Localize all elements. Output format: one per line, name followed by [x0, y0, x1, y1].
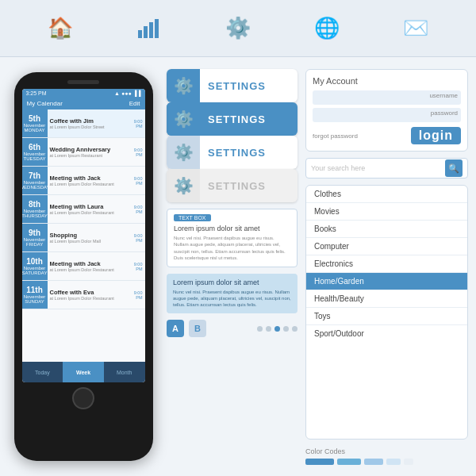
pagination-dot-2[interactable] [274, 326, 280, 332]
globe-icon[interactable]: 🌐 [311, 13, 343, 44]
cal-details: Meeting with Jack at Lorem Ipsum Dolor R… [48, 167, 132, 194]
category-item-sport-outdoor[interactable]: Sport/Outdoor [306, 325, 467, 342]
pagination-dot-0[interactable] [257, 326, 263, 332]
text-box-2-title: Lorem ipsum dolor sit amet [173, 278, 291, 286]
category-item-movies[interactable]: Movies [306, 203, 467, 221]
category-item-home-garden[interactable]: Home/Garden [306, 273, 467, 290]
cal-date: 5th November MONDAY [22, 109, 48, 137]
phone-tab-today[interactable]: Today [22, 362, 63, 382]
search-placeholder[interactable]: Your search here [311, 164, 442, 172]
calendar-item[interactable]: 7th November WEDNESDAY Meeting with Jack… [22, 167, 145, 195]
account-section: My Account username password forgot pass… [305, 69, 468, 152]
svg-rect-2 [149, 22, 153, 38]
cal-time: 9:00 PM [132, 281, 145, 309]
settings-label: SETTINGS [200, 80, 298, 92]
calendar-item[interactable]: 6th November TUESDAY Wedding Anniversary… [22, 138, 145, 167]
text-box-title: Lorem ipsum dolor sit amet [174, 225, 290, 232]
cal-date: 8th November THURSDAY [22, 195, 48, 223]
text-box-body: Nunc vel nisi. Praesent dapibus augue eu… [174, 235, 290, 262]
svg-rect-3 [155, 19, 159, 38]
calendar-item[interactable]: 10th November SATURDAY Meeting with Jack… [22, 252, 145, 281]
forgot-password-link[interactable]: forgot password [313, 132, 358, 140]
category-item-electronics[interactable]: Electronics [306, 255, 467, 273]
status-bar: 3:25 PM ▲ ●●● ▐▐ [22, 89, 145, 98]
pagination-dots [257, 326, 298, 332]
status-time: 3:25 PM [26, 90, 47, 96]
status-icons: ▲ ●●● ▐▐ [114, 90, 140, 96]
text-box-label: TEXT BOX [174, 214, 211, 221]
calendar-item[interactable]: 11th November SUNDAY Coffee with Eva at … [22, 281, 145, 309]
color-swatch-2 [364, 459, 383, 465]
pagination-dot-3[interactable] [283, 326, 289, 332]
pagination-dot-1[interactable] [266, 326, 271, 332]
settings-icon-box: ⚙️ [167, 69, 200, 102]
category-item-toys[interactable]: Toys [306, 308, 467, 325]
main-content: 3:25 PM ▲ ●●● ▐▐ My Calendar Edit 5th No… [0, 57, 476, 476]
phone-tab-month[interactable]: Month [104, 362, 145, 382]
home-icon[interactable]: 🏠 [44, 13, 76, 44]
ab-button-b[interactable]: B [189, 320, 206, 337]
settings-icon-box: ⚙️ [167, 169, 200, 202]
calendar-list: 5th November MONDAY Coffee with Jim at L… [22, 109, 145, 362]
ab-buttons: AB [167, 320, 206, 337]
account-actions: forgot password login [313, 127, 461, 144]
color-codes-section: Color Codes [305, 446, 468, 468]
phone: 3:25 PM ▲ ●●● ▐▐ My Calendar Edit 5th No… [14, 72, 153, 461]
category-item-computer[interactable]: Computer [306, 238, 467, 255]
settings-label: SETTINGS [200, 113, 298, 125]
color-swatch-4 [404, 459, 413, 465]
cal-date: 10th November SATURDAY [22, 252, 48, 280]
calendar-item[interactable]: 5th November MONDAY Coffee with Jim at L… [22, 109, 145, 138]
phone-container: 3:25 PM ▲ ●●● ▐▐ My Calendar Edit 5th No… [8, 65, 159, 468]
ab-button-a[interactable]: A [167, 320, 184, 337]
cal-details: Coffee with Jim at Lorem Ipsum Dolor Str… [48, 109, 132, 137]
calendar-item[interactable]: 9th November FRIDAY Shopping at Lorem Ip… [22, 224, 145, 252]
settings-icon[interactable]: ⚙️ [222, 13, 254, 44]
color-codes-label: Color Codes [305, 447, 468, 455]
calendar-header-title: My Calendar [27, 100, 63, 107]
category-list: ClothesMoviesBooksComputerElectronicsHom… [305, 185, 468, 440]
username-label: username [429, 92, 458, 99]
settings-button-4[interactable]: ⚙️ SETTINGS [167, 169, 298, 202]
cal-time: 9:00 PM [132, 167, 145, 194]
category-item-health-beauty[interactable]: Health/Beauty [306, 290, 467, 308]
text-box-1: TEXT BOX Lorem ipsum dolor sit amet Nunc… [167, 209, 298, 267]
category-item-books[interactable]: Books [306, 221, 467, 238]
settings-icon-box: ⚙️ [167, 102, 200, 136]
cal-details: Meeting with Laura at Lorem Ipsum Dolor … [48, 195, 132, 223]
password-label: password [431, 109, 458, 117]
login-button[interactable]: login [411, 127, 461, 144]
category-item-clothes[interactable]: Clothes [306, 186, 467, 203]
phone-header: My Calendar Edit [22, 98, 145, 109]
cal-date: 7th November WEDNESDAY [22, 167, 48, 194]
cal-details: Shopping at Lorem Ipsum Dolor Mall [48, 224, 132, 251]
svg-rect-0 [138, 30, 142, 38]
cal-date: 6th November TUESDAY [22, 138, 48, 166]
color-swatch-3 [386, 459, 401, 465]
settings-label: SETTINGS [200, 180, 298, 192]
right-panel: My Account username password forgot pass… [305, 65, 468, 468]
svg-rect-1 [144, 26, 148, 38]
settings-button-2[interactable]: ⚙️ SETTINGS [167, 102, 298, 136]
top-nav-bar: 🏠 ⚙️ 🌐 ✉️ [0, 0, 476, 57]
cal-details: Meeting with Jack at Lorem Ipsum Dolor R… [48, 252, 132, 280]
cal-details: Wedding Anniversary at Lorem Ipsum Resta… [48, 138, 132, 166]
cal-time: 9:00 PM [132, 252, 145, 280]
phone-tab-week[interactable]: Week [63, 362, 104, 382]
settings-button-1[interactable]: ⚙️ SETTINGS [167, 69, 298, 102]
signal-icon[interactable] [133, 13, 165, 44]
password-input[interactable]: password [313, 108, 461, 122]
username-input[interactable]: username [313, 90, 461, 105]
text-box-2-body: Nunc vel nisi. Praesent dapibus augue eu… [173, 289, 291, 309]
phone-tab-bar: TodayWeekMonth [22, 362, 145, 382]
calendar-item[interactable]: 8th November THURSDAY Meeting with Laura… [22, 195, 145, 224]
pagination-dot-4[interactable] [292, 326, 298, 332]
search-button[interactable]: 🔍 [445, 159, 463, 177]
cal-time: 9:00 PM [132, 109, 145, 137]
account-title: My Account [313, 76, 461, 86]
settings-button-3[interactable]: ⚙️ SETTINGS [167, 136, 298, 169]
color-swatch-1 [337, 459, 361, 465]
phone-home-button[interactable] [72, 387, 94, 409]
calendar-header-edit[interactable]: Edit [129, 100, 140, 107]
mail-icon[interactable]: ✉️ [400, 13, 432, 44]
